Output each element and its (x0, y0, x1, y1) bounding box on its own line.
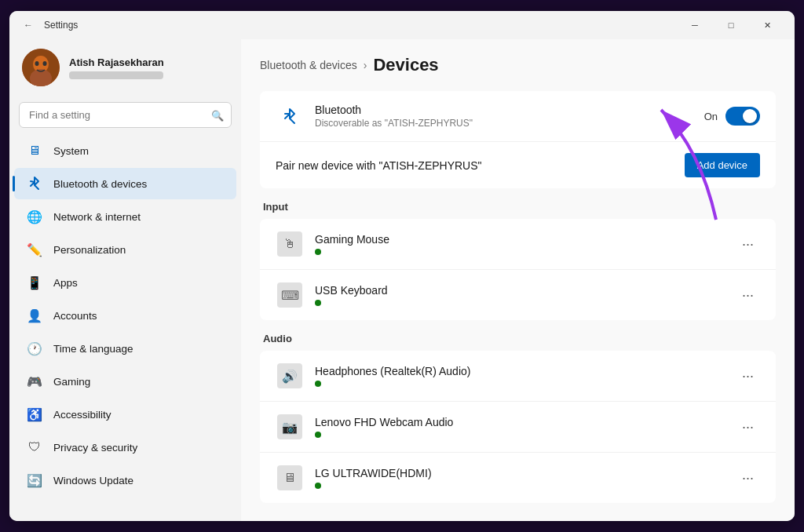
svg-point-3 (35, 61, 39, 66)
lg-monitor-right: ··· (736, 467, 760, 490)
gaming-icon: 🎮 (27, 373, 42, 389)
usb-keyboard-more-button[interactable]: ··· (736, 284, 760, 307)
accessibility-icon: ♿ (27, 406, 42, 422)
input-section-label: Input (260, 201, 776, 213)
bluetooth-svg (28, 176, 41, 191)
lg-monitor-row: 🖥 LG ULTRAWIDE(HDMI) ··· (260, 453, 776, 503)
user-info: Atish Rajasekharan (69, 56, 228, 79)
sidebar-item-label-accounts: Accounts (53, 310, 97, 322)
search-box: 🔍 (19, 102, 232, 128)
headphones-row: 🔊 Headphones (Realtek(R) Audio) ··· (260, 351, 776, 402)
lg-monitor-more-button[interactable]: ··· (736, 467, 760, 490)
breadcrumb-parent: Bluetooth & devices (260, 59, 357, 71)
headphones-info: Headphones (Realtek(R) Audio) (315, 365, 736, 387)
mouse-icon: 🖱 (277, 231, 302, 257)
webcam-icon: 📷 (277, 414, 302, 439)
usb-keyboard-title: USB Keyboard (315, 284, 736, 297)
pair-device-right: Add device (685, 153, 760, 177)
webcam-audio-row: 📷 Lenovo FHD Webcam Audio ··· (260, 402, 776, 453)
bluetooth-subtitle: Discoverable as "ATISH-ZEPHYRUS" (315, 118, 704, 129)
personalization-icon: ✏️ (27, 242, 42, 257)
content-area: Atish Rajasekharan 🔍 🖥 System (9, 39, 795, 521)
bt-icon-svg (280, 107, 299, 126)
back-button[interactable]: ← (19, 16, 38, 35)
close-button[interactable]: ✕ (749, 11, 785, 39)
maximize-button[interactable]: □ (713, 11, 749, 39)
bluetooth-row-icon (276, 102, 304, 130)
pair-device-info: Pair new device with "ATISH-ZEPHYRUS" (276, 159, 685, 172)
sidebar-item-network[interactable]: 🌐 Network & internet (14, 201, 236, 232)
toggle-thumb (743, 109, 757, 123)
headphones-more-button[interactable]: ··· (736, 365, 760, 388)
sidebar-item-label-update: Windows Update (53, 475, 133, 486)
sidebar-item-label-personalization: Personalization (53, 244, 126, 256)
sidebar-item-personalization[interactable]: ✏️ Personalization (14, 234, 236, 265)
sidebar: Atish Rajasekharan 🔍 🖥 System (9, 39, 241, 521)
headphones-icon: 🔊 (276, 362, 304, 390)
minimize-button[interactable]: ─ (677, 11, 713, 39)
user-name: Atish Rajasekharan (69, 56, 228, 68)
keyboard-icon: ⌨ (277, 282, 302, 308)
bluetooth-row: Bluetooth Discoverable as "ATISH-ZEPHYRU… (260, 91, 776, 142)
sidebar-item-system[interactable]: 🖥 System (14, 135, 236, 166)
privacy-icon: 🛡 (27, 439, 42, 455)
main-content: Bluetooth & devices › Devices Bluetooth … (241, 39, 795, 521)
audio-section-label: Audio (260, 333, 776, 344)
user-section[interactable]: Atish Rajasekharan (9, 39, 241, 96)
sidebar-item-label-bluetooth: Bluetooth & devices (53, 178, 147, 190)
system-icon: 🖥 (27, 143, 42, 159)
webcam-audio-more-button[interactable]: ··· (736, 416, 760, 439)
headphones-title: Headphones (Realtek(R) Audio) (315, 365, 736, 377)
usb-keyboard-info: USB Keyboard (315, 284, 736, 306)
sidebar-item-label-network: Network & internet (53, 211, 141, 223)
gaming-mouse-title: Gaming Mouse (315, 233, 736, 246)
search-icon: 🔍 (211, 109, 224, 121)
webcam-audio-info: Lenovo FHD Webcam Audio (315, 416, 736, 438)
gaming-mouse-info: Gaming Mouse (315, 233, 736, 255)
window-controls: ─ □ ✕ (677, 11, 785, 39)
sidebar-item-update[interactable]: 🔄 Windows Update (14, 465, 236, 496)
headphones-status (315, 381, 321, 387)
lg-monitor-title: LG ULTRAWIDE(HDMI) (315, 467, 736, 479)
time-icon: 🕐 (27, 341, 42, 356)
user-subtitle (69, 71, 163, 79)
webcam-audio-status (315, 432, 321, 438)
sidebar-item-time[interactable]: 🕐 Time & language (14, 333, 236, 364)
sidebar-item-label-apps: Apps (53, 277, 78, 289)
sidebar-item-bluetooth[interactable]: Bluetooth & devices (14, 168, 236, 199)
search-input[interactable] (19, 102, 232, 128)
bluetooth-card: Bluetooth Discoverable as "ATISH-ZEPHYRU… (260, 91, 776, 188)
pair-device-label: Pair new device with "ATISH-ZEPHYRUS" (276, 159, 685, 172)
sidebar-item-privacy[interactable]: 🛡 Privacy & security (14, 432, 236, 463)
sidebar-item-accessibility[interactable]: ♿ Accessibility (14, 399, 236, 430)
sidebar-item-gaming[interactable]: 🎮 Gaming (14, 366, 236, 397)
headphones-device-icon: 🔊 (277, 363, 302, 388)
add-device-button[interactable]: Add device (685, 153, 760, 177)
avatar-image (22, 49, 60, 86)
titlebar: ← Settings ─ □ ✕ (9, 11, 795, 39)
breadcrumb: Bluetooth & devices › Devices (260, 55, 776, 75)
sidebar-item-label-time: Time & language (53, 343, 133, 355)
update-icon: 🔄 (27, 472, 42, 488)
bluetooth-toggle-area: On (704, 107, 760, 126)
pair-device-row: Pair new device with "ATISH-ZEPHYRUS" Ad… (260, 142, 776, 188)
gaming-mouse-icon: 🖱 (276, 230, 304, 258)
gaming-mouse-more-button[interactable]: ··· (736, 233, 760, 256)
window-title: Settings (44, 20, 677, 31)
lg-monitor-info: LG ULTRAWIDE(HDMI) (315, 467, 736, 489)
webcam-audio-title: Lenovo FHD Webcam Audio (315, 416, 736, 428)
usb-keyboard-status (315, 300, 321, 306)
headphones-right: ··· (736, 365, 760, 388)
gaming-mouse-row: 🖱 Gaming Mouse ··· (260, 219, 776, 270)
svg-point-4 (43, 61, 47, 66)
usb-keyboard-right: ··· (736, 284, 760, 307)
sidebar-item-label-accessibility: Accessibility (53, 409, 111, 421)
bluetooth-toggle-label: On (704, 111, 718, 122)
breadcrumb-current: Devices (373, 55, 438, 75)
gaming-mouse-status (315, 249, 321, 255)
sidebar-item-accounts[interactable]: 👤 Accounts (14, 300, 236, 331)
input-devices-card: 🖱 Gaming Mouse ··· ⌨ USB Keyboar (260, 219, 776, 320)
sidebar-item-label-gaming: Gaming (53, 376, 90, 388)
bluetooth-toggle[interactable] (725, 107, 760, 126)
sidebar-item-apps[interactable]: 📱 Apps (14, 267, 236, 298)
